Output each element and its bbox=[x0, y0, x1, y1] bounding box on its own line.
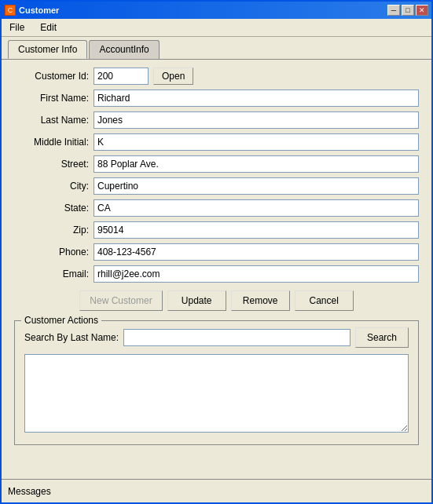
maximize-button[interactable]: □ bbox=[402, 5, 414, 16]
email-label: Email: bbox=[14, 268, 89, 279]
customer-actions-group: Customer Actions Search By Last Name: Se… bbox=[14, 320, 419, 445]
search-row: Search By Last Name: Search bbox=[24, 327, 409, 348]
last-name-row: Last Name: bbox=[14, 111, 419, 129]
customer-actions-title: Customer Actions bbox=[21, 315, 101, 326]
email-row: Email: bbox=[14, 265, 419, 283]
main-content: Customer Id: Open First Name: Last Name:… bbox=[2, 59, 431, 479]
street-label: Street: bbox=[14, 159, 89, 170]
state-row: State: bbox=[14, 199, 419, 217]
new-customer-button[interactable]: New Customer bbox=[79, 290, 162, 311]
phone-input[interactable] bbox=[94, 243, 419, 261]
open-button[interactable]: Open bbox=[153, 68, 193, 85]
menu-bar: File Edit bbox=[2, 19, 431, 37]
zip-row: Zip: bbox=[14, 221, 419, 239]
first-name-input[interactable] bbox=[94, 89, 419, 107]
zip-label: Zip: bbox=[14, 225, 89, 236]
tab-bar: Customer Info AccountInfo bbox=[2, 37, 431, 59]
zip-input[interactable] bbox=[94, 221, 419, 239]
last-name-input[interactable] bbox=[94, 111, 419, 129]
state-input[interactable] bbox=[94, 199, 419, 217]
search-results-area[interactable] bbox=[24, 354, 409, 433]
email-input[interactable] bbox=[94, 265, 419, 283]
menu-file[interactable]: File bbox=[5, 20, 29, 35]
phone-label: Phone: bbox=[14, 247, 89, 257]
title-controls: ─ □ ✕ bbox=[387, 5, 428, 16]
title-bar: C Customer ─ □ ✕ bbox=[2, 2, 431, 19]
phone-row: Phone: bbox=[14, 243, 419, 261]
cancel-button[interactable]: Cancel bbox=[295, 290, 354, 311]
app-icon: C bbox=[5, 5, 16, 16]
title-bar-left: C Customer bbox=[5, 5, 59, 16]
first-name-row: First Name: bbox=[14, 89, 419, 107]
customer-id-input[interactable] bbox=[94, 68, 149, 85]
first-name-label: First Name: bbox=[14, 93, 89, 104]
action-buttons: New Customer Update Remove Cancel bbox=[14, 290, 419, 311]
messages-bar: Messages bbox=[2, 479, 431, 502]
search-by-last-name-label: Search By Last Name: bbox=[24, 332, 119, 343]
main-window: C Customer ─ □ ✕ File Edit Customer Info… bbox=[0, 0, 433, 504]
tab-account-info[interactable]: AccountInfo bbox=[89, 40, 159, 59]
update-button[interactable]: Update bbox=[167, 290, 226, 311]
city-label: City: bbox=[14, 181, 89, 192]
state-label: State: bbox=[14, 203, 89, 214]
close-button[interactable]: ✕ bbox=[416, 5, 428, 16]
menu-edit[interactable]: Edit bbox=[35, 20, 61, 35]
search-last-name-input[interactable] bbox=[123, 329, 350, 346]
middle-initial-label: Middle Initial: bbox=[14, 137, 89, 148]
tab-customer-info[interactable]: Customer Info bbox=[8, 40, 87, 59]
customer-id-label: Customer Id: bbox=[14, 71, 89, 82]
search-button[interactable]: Search bbox=[355, 327, 409, 348]
last-name-label: Last Name: bbox=[14, 115, 89, 126]
middle-initial-row: Middle Initial: bbox=[14, 133, 419, 151]
street-input[interactable] bbox=[94, 155, 419, 173]
city-row: City: bbox=[14, 177, 419, 195]
street-row: Street: bbox=[14, 155, 419, 173]
messages-label: Messages bbox=[8, 486, 51, 497]
minimize-button[interactable]: ─ bbox=[387, 5, 400, 16]
remove-button[interactable]: Remove bbox=[231, 290, 290, 311]
window-title: Customer bbox=[19, 5, 59, 15]
middle-initial-input[interactable] bbox=[94, 133, 419, 151]
customer-id-row: Customer Id: Open bbox=[14, 68, 419, 85]
city-input[interactable] bbox=[94, 177, 419, 195]
